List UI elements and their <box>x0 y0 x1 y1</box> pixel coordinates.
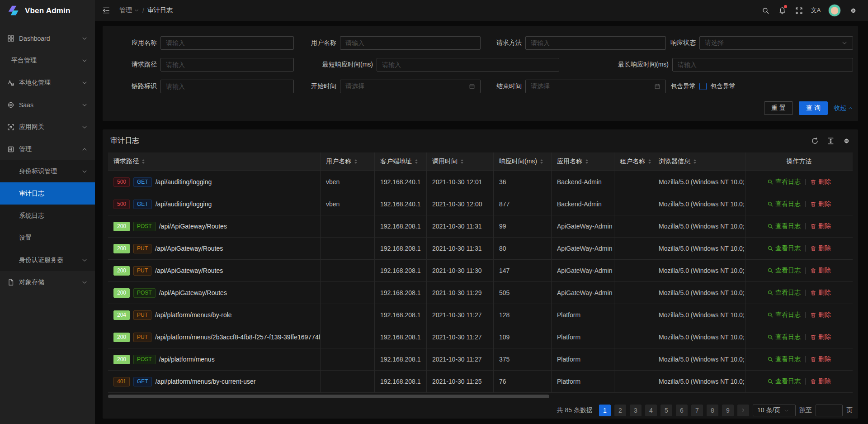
gear-icon[interactable] <box>845 0 862 21</box>
delete-button[interactable]: 删除 <box>810 200 831 208</box>
view-log-button[interactable]: 查看日志 <box>767 289 801 297</box>
avatar[interactable] <box>828 4 841 17</box>
cell-path: 204PUT/api/platform/menus/by-role <box>108 304 321 326</box>
cell-time: 2021-10-30 11:27 <box>427 348 494 370</box>
sidebar-item-object-storage[interactable]: 对象存储 <box>0 271 95 293</box>
column-header-tenant[interactable]: 租户名称 <box>614 152 653 171</box>
sidebar-item-label: 应用网关 <box>19 123 77 131</box>
topbar-actions: 文A <box>757 0 862 21</box>
sidebar-item-management[interactable]: 管理 <box>0 138 95 160</box>
delete-button[interactable]: 删除 <box>810 289 831 297</box>
chevron-right-icon <box>741 408 746 413</box>
sidebar-item-identity-server[interactable]: 身份认证服务器 <box>0 249 95 271</box>
cell-browser: Mozilla/5.0 (Windows NT 10.0; Win <box>653 193 745 215</box>
request-path-text: /api/platform/menus/by-role <box>155 311 232 319</box>
column-header-app[interactable]: 应用名称 <box>552 152 614 171</box>
request-path-text: /api/platform/menus/2b3accf8-4fb8-f257-f… <box>155 333 321 341</box>
column-header-path[interactable]: 请求路径 <box>108 152 321 171</box>
next-page-button[interactable] <box>737 405 749 416</box>
page-button-7[interactable]: 7 <box>691 405 703 416</box>
page-button-5[interactable]: 5 <box>660 405 672 416</box>
view-log-button[interactable]: 查看日志 <box>767 267 801 275</box>
settings-icon[interactable] <box>843 137 850 145</box>
cell-user <box>321 260 375 281</box>
refresh-icon[interactable] <box>811 137 819 145</box>
column-height-icon[interactable] <box>827 137 835 145</box>
start-time-picker[interactable]: 请选择 <box>340 80 481 93</box>
page-size-select[interactable]: 10 条/页 <box>753 405 796 416</box>
view-log-button[interactable]: 查看日志 <box>767 200 801 208</box>
jump-page-input[interactable] <box>816 405 843 416</box>
view-log-button[interactable]: 查看日志 <box>767 333 801 341</box>
status-badge: 200 <box>113 222 130 231</box>
view-log-button[interactable]: 查看日志 <box>767 222 801 230</box>
request-path-input[interactable] <box>160 58 294 71</box>
search-icon[interactable] <box>757 0 774 21</box>
cell-duration: 109 <box>494 326 552 348</box>
table-row: 200PUT/api/platform/menus/2b3accf8-4fb8-… <box>108 326 853 348</box>
column-header-client[interactable]: 客户端地址 <box>375 152 427 171</box>
sidebar-item-audit-log[interactable]: 审计日志 <box>0 182 95 205</box>
view-log-button[interactable]: 查看日志 <box>767 178 801 186</box>
sidebar-item-label: 平台管理 <box>11 57 77 65</box>
sidebar-item-identity-management[interactable]: 身份标识管理 <box>0 160 95 182</box>
min-response-time-input[interactable] <box>377 58 559 71</box>
delete-button[interactable]: 删除 <box>810 267 831 275</box>
breadcrumb-level1[interactable]: 管理 <box>119 6 139 14</box>
sidebar-item-saas[interactable]: Saas <box>0 94 95 116</box>
scrollbar-thumb[interactable] <box>108 395 549 398</box>
page-button-1[interactable]: 1 <box>599 405 611 416</box>
logo[interactable]: Vben Admin <box>0 0 95 22</box>
menu-fold-icon[interactable] <box>102 6 110 14</box>
view-log-button[interactable]: 查看日志 <box>767 311 801 319</box>
page-button-2[interactable]: 2 <box>614 405 626 416</box>
column-header-user[interactable]: 用户名称 <box>321 152 375 171</box>
sidebar-item-localization-management[interactable]: 本地化管理 <box>0 71 95 94</box>
view-log-button[interactable]: 查看日志 <box>767 244 801 252</box>
delete-button[interactable]: 删除 <box>810 377 831 386</box>
view-log-button[interactable]: 查看日志 <box>767 377 801 386</box>
page-button-4[interactable]: 4 <box>645 405 657 416</box>
bell-icon[interactable] <box>774 0 791 21</box>
sidebar-menu: Dashboard平台管理本地化管理Saas应用网关管理身份标识管理审计日志系统… <box>0 22 95 293</box>
field-max-response-time: 最长响应时间(ms) <box>582 58 853 71</box>
trash-icon <box>810 356 816 362</box>
collapse-link[interactable]: 收起 <box>834 104 853 112</box>
sidebar-item-app-gateway[interactable]: 应用网关 <box>0 116 95 138</box>
app-name-input[interactable] <box>160 36 294 50</box>
has-exception-checkbox[interactable] <box>699 83 707 90</box>
cell-tenant <box>614 371 653 392</box>
reset-button[interactable]: 重 置 <box>764 101 793 115</box>
column-header-duration[interactable]: 响应时间(ms) <box>494 152 552 171</box>
trash-icon <box>810 223 816 229</box>
column-header-browser[interactable]: 浏览器信息 <box>653 152 745 171</box>
page-button-9[interactable]: 9 <box>722 405 734 416</box>
user-name-input[interactable] <box>340 36 481 50</box>
status-badge: 200 <box>113 244 130 253</box>
delete-button[interactable]: 删除 <box>810 244 831 252</box>
delete-button[interactable]: 删除 <box>810 222 831 230</box>
view-log-label: 查看日志 <box>775 267 801 275</box>
search-button[interactable]: 查 询 <box>799 101 828 115</box>
fullscreen-icon[interactable] <box>791 0 807 21</box>
delete-button[interactable]: 删除 <box>810 311 831 319</box>
sidebar-item-settings[interactable]: 设置 <box>0 227 95 249</box>
translate-icon[interactable]: 文A <box>807 0 824 21</box>
sidebar-item-dashboard[interactable]: Dashboard <box>0 27 95 49</box>
cell-client: 192.168.240.1 <box>375 171 427 193</box>
page-button-3[interactable]: 3 <box>630 405 642 416</box>
response-status-select[interactable]: 请选择 <box>699 36 853 50</box>
delete-button[interactable]: 删除 <box>810 178 831 186</box>
submenu: 身份标识管理审计日志系统日志设置身份认证服务器 <box>0 160 95 271</box>
page-button-6[interactable]: 6 <box>676 405 688 416</box>
action-divider <box>805 378 806 385</box>
trace-id-input[interactable] <box>160 80 294 93</box>
delete-button[interactable]: 删除 <box>810 355 831 363</box>
max-response-time-input[interactable] <box>672 58 853 71</box>
column-header-time[interactable]: 调用时间 <box>427 152 494 171</box>
view-log-button[interactable]: 查看日志 <box>767 355 801 363</box>
sidebar-item-system-log[interactable]: 系统日志 <box>0 205 95 227</box>
sidebar-item-platform-management[interactable]: 平台管理 <box>0 49 95 71</box>
page-button-8[interactable]: 8 <box>707 405 718 416</box>
delete-button[interactable]: 删除 <box>810 333 831 341</box>
